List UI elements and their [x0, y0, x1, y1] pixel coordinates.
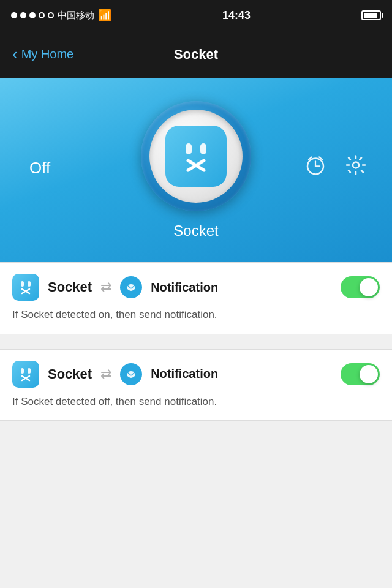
rule-2-toggle[interactable]: [341, 363, 380, 385]
rule-1-notif-icon: [120, 276, 142, 298]
rule-2-socket-icon: [17, 366, 34, 383]
dot5: [48, 12, 54, 18]
rule-2-notif-icon: [120, 363, 142, 385]
svg-rect-6: [186, 143, 192, 154]
rule-2-row: Socket ⇄ Notification: [12, 361, 380, 388]
dot1: [11, 12, 17, 18]
svg-rect-11: [28, 281, 31, 287]
rule-1-device-icon: [12, 274, 39, 301]
settings-icon[interactable]: [344, 153, 368, 181]
rule-2-notif-svg: [124, 368, 138, 381]
dot4: [39, 12, 45, 18]
svg-rect-7: [200, 143, 206, 154]
time-label: 14:43: [222, 9, 251, 22]
rule-1-description: If Socket detected on, then send notific…: [12, 307, 380, 323]
svg-rect-10: [21, 281, 24, 287]
alarm-icon[interactable]: [304, 153, 327, 181]
hero-actions: [304, 153, 368, 181]
page-title: Socket: [174, 47, 218, 62]
back-button[interactable]: ‹ My Home: [12, 45, 74, 64]
rule-1-toggle[interactable]: [341, 276, 380, 298]
status-bar: 中国移动 📶 14:43: [0, 0, 392, 31]
wifi-icon: 📶: [98, 9, 111, 22]
rule-2-arrow-icon: ⇄: [100, 366, 111, 382]
rule-2-device-icon: [12, 361, 39, 388]
back-label: My Home: [21, 47, 74, 61]
dot3: [29, 12, 36, 18]
dot2: [20, 12, 26, 18]
rule-1-row: Socket ⇄ Notification: [12, 274, 380, 301]
spacer-1: [0, 342, 392, 349]
status-left: 中国移动 📶: [11, 9, 111, 22]
carrier-label: 中国移动: [58, 10, 94, 21]
rule-1-notif-label: Notification: [151, 281, 218, 295]
rule-1-arrow-icon: ⇄: [100, 279, 111, 295]
rule-2-device-label: Socket: [48, 366, 92, 382]
rule-1-toggle-thumb: [360, 278, 378, 296]
nav-bar: ‹ My Home Socket: [0, 31, 392, 78]
rule-2-toggle-thumb: [360, 365, 378, 383]
rule-1-notif-svg: [124, 281, 138, 294]
hero-device-name: Socket: [173, 222, 218, 239]
back-chevron-icon: ‹: [12, 45, 18, 64]
rule-card-2: Socket ⇄ Notification If Socket detected…: [0, 349, 392, 421]
socket-inner: [149, 110, 243, 203]
rule-2-description: If Socket detected off, then send notifi…: [12, 394, 380, 410]
socket-icon-box: [165, 126, 227, 187]
rule-1-device-label: Socket: [48, 279, 92, 295]
hero-section: Off: [0, 78, 392, 262]
signal-dots: [11, 12, 54, 18]
rules-section: Socket ⇄ Notification If Socket detected…: [0, 262, 392, 421]
svg-rect-18: [28, 368, 31, 374]
device-status-label: Off: [29, 159, 50, 178]
battery-fill: [364, 13, 377, 18]
socket-svg-icon: [175, 135, 217, 178]
rule-card-1: Socket ⇄ Notification If Socket detected…: [0, 262, 392, 334]
svg-rect-17: [21, 368, 24, 374]
socket-power-button[interactable]: [141, 101, 251, 211]
svg-point-5: [353, 162, 359, 168]
rule-2-notif-label: Notification: [151, 367, 218, 381]
battery-icon: [361, 10, 381, 20]
rule-1-socket-icon: [17, 279, 34, 296]
